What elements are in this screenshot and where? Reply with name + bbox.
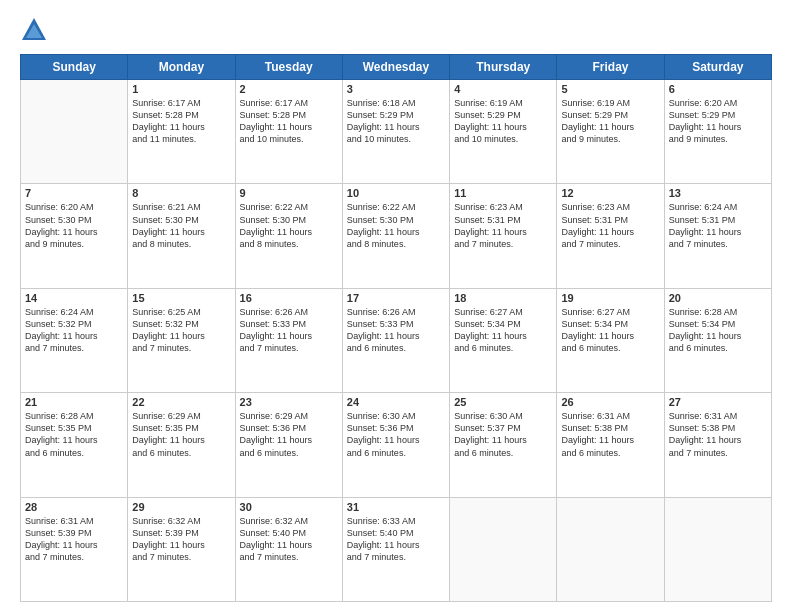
calendar-cell: 18Sunrise: 6:27 AM Sunset: 5:34 PM Dayli…: [450, 288, 557, 392]
calendar-cell: 21Sunrise: 6:28 AM Sunset: 5:35 PM Dayli…: [21, 393, 128, 497]
day-number: 12: [561, 187, 659, 199]
calendar-table: SundayMondayTuesdayWednesdayThursdayFrid…: [20, 54, 772, 602]
logo: [20, 16, 52, 44]
day-number: 1: [132, 83, 230, 95]
day-header-wednesday: Wednesday: [342, 55, 449, 80]
calendar-cell: [450, 497, 557, 601]
day-number: 27: [669, 396, 767, 408]
header: [20, 16, 772, 44]
calendar-cell: 7Sunrise: 6:20 AM Sunset: 5:30 PM Daylig…: [21, 184, 128, 288]
calendar-cell: 9Sunrise: 6:22 AM Sunset: 5:30 PM Daylig…: [235, 184, 342, 288]
logo-icon: [20, 16, 48, 44]
calendar-cell: 13Sunrise: 6:24 AM Sunset: 5:31 PM Dayli…: [664, 184, 771, 288]
day-number: 30: [240, 501, 338, 513]
day-info: Sunrise: 6:19 AM Sunset: 5:29 PM Dayligh…: [454, 97, 552, 146]
calendar-cell: [21, 80, 128, 184]
day-info: Sunrise: 6:28 AM Sunset: 5:34 PM Dayligh…: [669, 306, 767, 355]
calendar-cell: 25Sunrise: 6:30 AM Sunset: 5:37 PM Dayli…: [450, 393, 557, 497]
day-number: 17: [347, 292, 445, 304]
day-number: 26: [561, 396, 659, 408]
calendar-cell: 23Sunrise: 6:29 AM Sunset: 5:36 PM Dayli…: [235, 393, 342, 497]
day-info: Sunrise: 6:22 AM Sunset: 5:30 PM Dayligh…: [240, 201, 338, 250]
day-header-tuesday: Tuesday: [235, 55, 342, 80]
day-info: Sunrise: 6:32 AM Sunset: 5:39 PM Dayligh…: [132, 515, 230, 564]
calendar-cell: 1Sunrise: 6:17 AM Sunset: 5:28 PM Daylig…: [128, 80, 235, 184]
day-info: Sunrise: 6:24 AM Sunset: 5:31 PM Dayligh…: [669, 201, 767, 250]
calendar-cell: 12Sunrise: 6:23 AM Sunset: 5:31 PM Dayli…: [557, 184, 664, 288]
day-number: 28: [25, 501, 123, 513]
day-info: Sunrise: 6:27 AM Sunset: 5:34 PM Dayligh…: [454, 306, 552, 355]
day-info: Sunrise: 6:22 AM Sunset: 5:30 PM Dayligh…: [347, 201, 445, 250]
day-info: Sunrise: 6:19 AM Sunset: 5:29 PM Dayligh…: [561, 97, 659, 146]
day-number: 24: [347, 396, 445, 408]
day-number: 18: [454, 292, 552, 304]
day-number: 19: [561, 292, 659, 304]
day-info: Sunrise: 6:20 AM Sunset: 5:29 PM Dayligh…: [669, 97, 767, 146]
day-number: 16: [240, 292, 338, 304]
day-info: Sunrise: 6:30 AM Sunset: 5:37 PM Dayligh…: [454, 410, 552, 459]
calendar-cell: 14Sunrise: 6:24 AM Sunset: 5:32 PM Dayli…: [21, 288, 128, 392]
day-number: 4: [454, 83, 552, 95]
day-number: 9: [240, 187, 338, 199]
calendar-cell: 28Sunrise: 6:31 AM Sunset: 5:39 PM Dayli…: [21, 497, 128, 601]
day-info: Sunrise: 6:31 AM Sunset: 5:38 PM Dayligh…: [561, 410, 659, 459]
calendar-cell: 6Sunrise: 6:20 AM Sunset: 5:29 PM Daylig…: [664, 80, 771, 184]
day-info: Sunrise: 6:33 AM Sunset: 5:40 PM Dayligh…: [347, 515, 445, 564]
page: SundayMondayTuesdayWednesdayThursdayFrid…: [0, 0, 792, 612]
day-info: Sunrise: 6:26 AM Sunset: 5:33 PM Dayligh…: [347, 306, 445, 355]
day-header-monday: Monday: [128, 55, 235, 80]
day-number: 20: [669, 292, 767, 304]
day-number: 13: [669, 187, 767, 199]
day-info: Sunrise: 6:31 AM Sunset: 5:38 PM Dayligh…: [669, 410, 767, 459]
day-info: Sunrise: 6:24 AM Sunset: 5:32 PM Dayligh…: [25, 306, 123, 355]
calendar-cell: 29Sunrise: 6:32 AM Sunset: 5:39 PM Dayli…: [128, 497, 235, 601]
day-info: Sunrise: 6:18 AM Sunset: 5:29 PM Dayligh…: [347, 97, 445, 146]
day-info: Sunrise: 6:20 AM Sunset: 5:30 PM Dayligh…: [25, 201, 123, 250]
day-info: Sunrise: 6:17 AM Sunset: 5:28 PM Dayligh…: [132, 97, 230, 146]
day-info: Sunrise: 6:21 AM Sunset: 5:30 PM Dayligh…: [132, 201, 230, 250]
day-number: 21: [25, 396, 123, 408]
day-info: Sunrise: 6:29 AM Sunset: 5:36 PM Dayligh…: [240, 410, 338, 459]
day-number: 29: [132, 501, 230, 513]
day-number: 6: [669, 83, 767, 95]
day-number: 11: [454, 187, 552, 199]
calendar-cell: 17Sunrise: 6:26 AM Sunset: 5:33 PM Dayli…: [342, 288, 449, 392]
day-number: 2: [240, 83, 338, 95]
calendar-cell: 30Sunrise: 6:32 AM Sunset: 5:40 PM Dayli…: [235, 497, 342, 601]
calendar-cell: 20Sunrise: 6:28 AM Sunset: 5:34 PM Dayli…: [664, 288, 771, 392]
day-number: 15: [132, 292, 230, 304]
day-number: 23: [240, 396, 338, 408]
calendar-cell: 31Sunrise: 6:33 AM Sunset: 5:40 PM Dayli…: [342, 497, 449, 601]
calendar-cell: 19Sunrise: 6:27 AM Sunset: 5:34 PM Dayli…: [557, 288, 664, 392]
calendar-cell: 4Sunrise: 6:19 AM Sunset: 5:29 PM Daylig…: [450, 80, 557, 184]
calendar-cell: 3Sunrise: 6:18 AM Sunset: 5:29 PM Daylig…: [342, 80, 449, 184]
day-info: Sunrise: 6:27 AM Sunset: 5:34 PM Dayligh…: [561, 306, 659, 355]
day-number: 25: [454, 396, 552, 408]
day-number: 22: [132, 396, 230, 408]
calendar-cell: 24Sunrise: 6:30 AM Sunset: 5:36 PM Dayli…: [342, 393, 449, 497]
day-number: 3: [347, 83, 445, 95]
day-number: 5: [561, 83, 659, 95]
calendar-cell: 27Sunrise: 6:31 AM Sunset: 5:38 PM Dayli…: [664, 393, 771, 497]
day-header-friday: Friday: [557, 55, 664, 80]
day-number: 8: [132, 187, 230, 199]
day-info: Sunrise: 6:29 AM Sunset: 5:35 PM Dayligh…: [132, 410, 230, 459]
calendar-cell: [664, 497, 771, 601]
day-info: Sunrise: 6:25 AM Sunset: 5:32 PM Dayligh…: [132, 306, 230, 355]
day-header-saturday: Saturday: [664, 55, 771, 80]
day-header-thursday: Thursday: [450, 55, 557, 80]
calendar-cell: 22Sunrise: 6:29 AM Sunset: 5:35 PM Dayli…: [128, 393, 235, 497]
calendar-cell: 8Sunrise: 6:21 AM Sunset: 5:30 PM Daylig…: [128, 184, 235, 288]
calendar-cell: 5Sunrise: 6:19 AM Sunset: 5:29 PM Daylig…: [557, 80, 664, 184]
calendar-cell: 26Sunrise: 6:31 AM Sunset: 5:38 PM Dayli…: [557, 393, 664, 497]
day-info: Sunrise: 6:30 AM Sunset: 5:36 PM Dayligh…: [347, 410, 445, 459]
day-info: Sunrise: 6:17 AM Sunset: 5:28 PM Dayligh…: [240, 97, 338, 146]
day-info: Sunrise: 6:23 AM Sunset: 5:31 PM Dayligh…: [454, 201, 552, 250]
calendar-cell: 16Sunrise: 6:26 AM Sunset: 5:33 PM Dayli…: [235, 288, 342, 392]
day-header-sunday: Sunday: [21, 55, 128, 80]
day-number: 7: [25, 187, 123, 199]
day-info: Sunrise: 6:32 AM Sunset: 5:40 PM Dayligh…: [240, 515, 338, 564]
day-info: Sunrise: 6:26 AM Sunset: 5:33 PM Dayligh…: [240, 306, 338, 355]
calendar-cell: 15Sunrise: 6:25 AM Sunset: 5:32 PM Dayli…: [128, 288, 235, 392]
calendar-cell: 2Sunrise: 6:17 AM Sunset: 5:28 PM Daylig…: [235, 80, 342, 184]
